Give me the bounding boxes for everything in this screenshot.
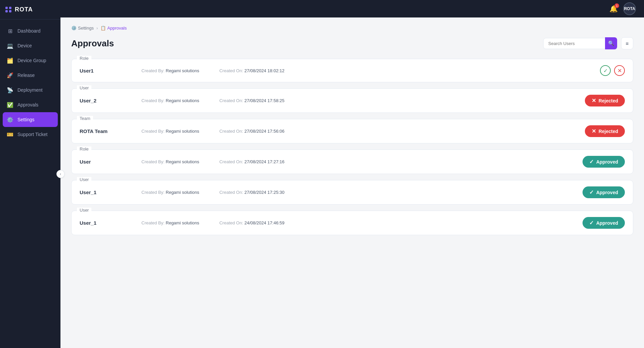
sidebar-item-label: Approvals: [17, 102, 38, 107]
created-on: Created On: 27/08/2024 17:58:25: [219, 98, 285, 103]
sidebar-item-device[interactable]: 💻 Device: [0, 38, 60, 53]
search-button[interactable]: 🔍: [605, 37, 617, 49]
status-badge: ✓ Approved: [583, 217, 625, 229]
sidebar-item-device-group[interactable]: 🗂️ Device Group: [0, 53, 60, 68]
created-by: Created By: Regami solutions: [141, 129, 199, 134]
breadcrumb-current: 📋 Approvals: [100, 26, 127, 31]
approval-section-3: Role User Created By: Regami solutions C…: [71, 149, 633, 174]
created-on: Created On: 24/08/2024 17:46:59: [219, 220, 285, 225]
header-actions: 🔍 ≡: [543, 37, 633, 49]
approval-section-0: Role User1 Created By: Regami solutions …: [71, 59, 633, 82]
settings-icon: ⚙️: [71, 26, 77, 31]
approvals-list: Role User1 Created By: Regami solutions …: [71, 59, 633, 235]
rejected-icon: ✕: [592, 97, 596, 104]
settings-icon: ⚙️: [7, 116, 13, 123]
status-badge: ✕ Rejected: [585, 95, 625, 106]
approved-icon: ✓: [589, 189, 594, 195]
dashboard-icon: ⊞: [7, 28, 13, 34]
app-name: ROTA: [15, 6, 33, 13]
approval-name: User_1: [80, 189, 133, 195]
filter-icon: ≡: [626, 41, 629, 46]
notification-bell[interactable]: 🔔 1: [609, 5, 618, 13]
topbar: 🔔 1 ROTA: [60, 0, 644, 17]
approval-meta: Created By: Regami solutions Created On:…: [141, 159, 574, 164]
page-header: Approvals 🔍 ≡: [71, 37, 633, 49]
sidebar-item-settings[interactable]: ⚙️ Settings: [3, 112, 58, 127]
badge-label: Approved: [596, 220, 618, 226]
status-badge: ✓ Approved: [583, 156, 625, 168]
device-icon: 💻: [7, 42, 13, 49]
approval-actions: ✕ Rejected: [585, 125, 625, 137]
approved-icon: ✓: [589, 220, 594, 226]
section-label: Team: [77, 116, 93, 121]
sidebar-item-label: Device: [17, 43, 32, 48]
sidebar-item-release[interactable]: 🚀 Release: [0, 68, 60, 83]
approval-section-4: User User_1 Created By: Regami solutions…: [71, 180, 633, 205]
user-avatar[interactable]: ROTA: [623, 2, 636, 15]
section-label: Role: [77, 146, 91, 151]
sidebar-item-label: Support Ticket: [17, 132, 48, 137]
approval-meta: Created By: Regami solutions Created On:…: [141, 129, 577, 134]
created-by: Created By: Regami solutions: [141, 68, 199, 73]
approve-button[interactable]: ✓: [600, 65, 611, 76]
badge-label: Approved: [596, 159, 618, 165]
sidebar-collapse-button[interactable]: ‹: [56, 170, 65, 178]
approval-card: User_2 Created By: Regami solutions Crea…: [72, 89, 633, 113]
approval-card: User_1 Created By: Regami solutions Crea…: [72, 180, 633, 204]
badge-label: Rejected: [599, 98, 618, 103]
reject-button[interactable]: ✕: [614, 65, 625, 76]
approval-actions: ✓ Approved: [583, 156, 625, 168]
created-on: Created On: 27/08/2024 17:56:06: [219, 129, 285, 134]
approvals-icon: 📋: [100, 26, 106, 31]
created-by: Created By: Regami solutions: [141, 220, 199, 225]
approval-section-5: User User_1 Created By: Regami solutions…: [71, 211, 633, 235]
approval-card: User1 Created By: Regami solutions Creat…: [72, 59, 633, 82]
sidebar-header: ROTA: [0, 0, 60, 19]
sidebar-item-dashboard[interactable]: ⊞ Dashboard: [0, 24, 60, 38]
logo-icon: [5, 7, 11, 12]
approval-name: User_1: [80, 220, 133, 226]
approval-actions: ✕ Rejected: [585, 95, 625, 106]
approvals-icon: ✅: [7, 101, 13, 108]
created-on: Created On: 27/08/2024 17:27:16: [219, 159, 285, 164]
approval-actions: ✓ Approved: [583, 217, 625, 229]
approval-actions: ✓ Approved: [583, 186, 625, 198]
approval-card: User Created By: Regami solutions Create…: [72, 150, 633, 174]
breadcrumb-settings[interactable]: ⚙️ Settings: [71, 26, 94, 31]
support-ticket-icon: 🎫: [7, 131, 13, 138]
notification-count: 1: [614, 3, 619, 8]
sidebar-item-deployment[interactable]: 📡 Deployment: [0, 83, 60, 97]
filter-button[interactable]: ≡: [621, 37, 633, 49]
section-label: Role: [77, 56, 91, 61]
breadcrumb-separator: ›: [96, 26, 98, 31]
breadcrumb: ⚙️ Settings › 📋 Approvals: [71, 26, 633, 31]
rejected-icon: ✕: [592, 128, 596, 134]
deployment-icon: 📡: [7, 87, 13, 93]
approval-meta: Created By: Regami solutions Created On:…: [141, 98, 577, 103]
approval-meta: Created By: Regami solutions Created On:…: [141, 68, 592, 73]
approval-name: User1: [80, 68, 133, 74]
approval-meta: Created By: Regami solutions Created On:…: [141, 190, 574, 195]
section-label: User: [77, 208, 91, 213]
badge-label: Rejected: [599, 129, 618, 134]
sidebar-item-support-ticket[interactable]: 🎫 Support Ticket: [0, 127, 60, 142]
status-badge: ✕ Rejected: [585, 125, 625, 137]
device-group-icon: 🗂️: [7, 57, 13, 64]
approval-name: User: [80, 159, 133, 165]
approval-name: ROTA Team: [80, 128, 133, 134]
approval-section-1: User User_2 Created By: Regami solutions…: [71, 88, 633, 113]
created-on: Created On: 27/08/2024 18:02:12: [219, 68, 285, 73]
release-icon: 🚀: [7, 72, 13, 79]
sidebar-item-label: Deployment: [17, 87, 43, 93]
search-box: 🔍: [543, 38, 617, 49]
created-on: Created On: 27/08/2024 17:25:30: [219, 190, 285, 195]
sidebar-item-approvals[interactable]: ✅ Approvals: [0, 97, 60, 112]
approval-section-2: Team ROTA Team Created By: Regami soluti…: [71, 119, 633, 143]
badge-label: Approved: [596, 190, 618, 195]
section-label: User: [77, 177, 91, 182]
approval-actions: ✓ ✕: [600, 65, 625, 76]
sidebar-item-label: Settings: [17, 117, 35, 122]
sidebar-item-label: Release: [17, 73, 35, 78]
page-title: Approvals: [71, 38, 114, 49]
sidebar-nav: ⊞ Dashboard 💻 Device 🗂️ Device Group 🚀 R…: [0, 19, 60, 348]
